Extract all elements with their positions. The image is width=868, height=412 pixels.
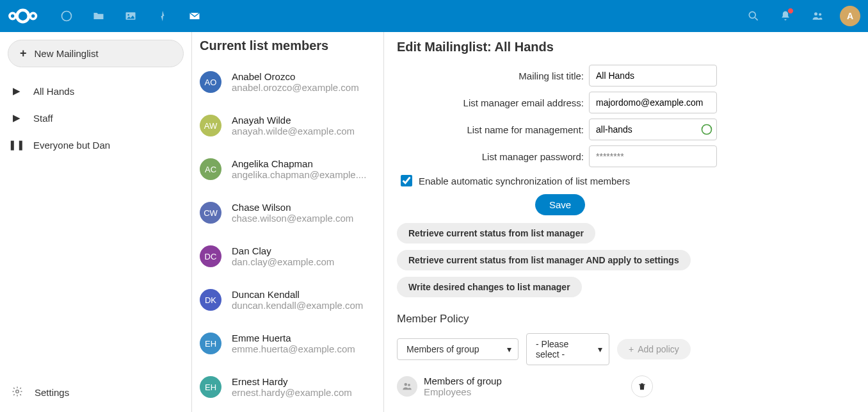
header-left (8, 0, 211, 32)
member-name: Anabel Orozco (232, 71, 359, 82)
member-row[interactable]: AWAnayah Wildeanayah.wilde@example.com (197, 108, 378, 152)
policy-value: Employees (424, 386, 625, 397)
title-label: Mailing list title: (397, 70, 589, 81)
add-policy-label: Add policy (638, 344, 679, 354)
contacts-icon[interactable] (801, 0, 833, 32)
keyring-icon (700, 123, 713, 136)
sidebar-item-label: Everyone but Dan (33, 140, 110, 151)
password-label: List manager password: (397, 151, 589, 162)
sidebar-item-staff[interactable]: ▶ Staff (5, 104, 186, 131)
svg-point-5 (128, 14, 130, 15)
gear-icon (12, 386, 23, 399)
member-row[interactable]: ACAngelika Chapmanangelika.chapman@examp… (197, 152, 378, 195)
member-avatar: EH (200, 376, 221, 398)
sidebar-item-label: Staff (33, 113, 53, 124)
retrieve-apply-button[interactable]: Retrieve current status from list manage… (397, 250, 691, 270)
settings-label: Settings (35, 387, 69, 398)
member-name: Angelika Chapman (232, 158, 366, 169)
member-name: Dan Clay (232, 245, 334, 256)
member-name: Duncan Kendall (232, 289, 363, 300)
svg-point-8 (819, 13, 821, 15)
policy-type-select[interactable]: Members of group ▾ (397, 338, 518, 360)
svg-point-1 (10, 13, 15, 19)
pause-icon: ❚❚ (12, 139, 22, 151)
member-email: chase.wilson@example.com (232, 213, 353, 224)
caret-down-icon: ▾ (598, 344, 602, 354)
member-name: Emme Huerta (232, 333, 355, 343)
svg-point-2 (30, 13, 36, 19)
member-row[interactable]: EHEmme Huertaemme.huerta@example.com (197, 326, 378, 370)
notifications-icon[interactable] (769, 0, 801, 32)
sidebar: + New Mailinglist ▶ All Hands ▶ Staff ❚❚… (0, 32, 192, 412)
mail-icon[interactable] (179, 0, 211, 32)
sync-label: Enable automatic synchronization of list… (419, 176, 630, 186)
user-avatar[interactable]: A (840, 6, 860, 26)
edit-title: Edit Mailinglist: All Hands (397, 37, 855, 65)
member-avatar: AW (200, 115, 221, 136)
member-policy-heading: Member Policy (397, 304, 855, 333)
member-name: Ernest Hardy (232, 376, 352, 387)
svg-point-6 (749, 12, 755, 18)
files-icon[interactable] (83, 0, 115, 32)
nextcloud-logo[interactable] (8, 8, 38, 24)
member-row[interactable]: CWChase Wilsonchase.wilson@example.com (197, 195, 378, 239)
member-row[interactable]: EHErnest Hardyernest.hardy@example.com (197, 370, 378, 412)
play-icon: ▶ (12, 112, 22, 124)
svg-point-0 (17, 10, 29, 22)
policy-value-select[interactable]: - Please select - ▾ (526, 333, 609, 365)
dashboard-icon[interactable] (51, 0, 83, 32)
delete-policy-button[interactable] (631, 375, 653, 397)
member-email: anayah.wilde@example.com (232, 126, 355, 136)
svg-point-3 (62, 12, 72, 21)
edit-panel: Edit Mailinglist: All Hands Mailing list… (384, 32, 868, 412)
member-row[interactable]: DKDuncan Kendallduncan.kendall@example.c… (197, 283, 378, 326)
sidebar-item-all-hands[interactable]: ▶ All Hands (5, 78, 186, 104)
member-email: emme.huerta@example.com (232, 343, 355, 354)
title-input[interactable] (589, 65, 717, 87)
member-name: Chase Wilson (232, 202, 353, 213)
photos-icon[interactable] (115, 0, 147, 32)
member-email: anabel.orozco@example.com (232, 82, 359, 93)
member-avatar: AC (200, 158, 221, 180)
manager-email-input[interactable] (589, 92, 717, 113)
svg-point-11 (702, 125, 711, 133)
sync-checkbox[interactable] (401, 175, 412, 186)
play-icon: ▶ (12, 85, 22, 97)
header-right: A (737, 0, 860, 32)
member-email: angelika.chapman@example.... (232, 169, 366, 180)
member-email: dan.clay@example.com (232, 256, 334, 267)
activity-icon[interactable] (147, 0, 179, 32)
settings-link[interactable]: Settings (5, 378, 186, 407)
sidebar-item-everyone-but-dan[interactable]: ❚❚ Everyone but Dan (5, 131, 186, 158)
write-button[interactable]: Write desired changes to list manager (397, 277, 582, 297)
password-input[interactable] (589, 145, 717, 167)
member-name: Anayah Wilde (232, 115, 355, 126)
caret-down-icon: ▾ (507, 344, 511, 354)
svg-point-7 (814, 12, 817, 15)
member-row[interactable]: DCDan Claydan.clay@example.com (197, 239, 378, 283)
member-avatar: DK (200, 289, 221, 311)
members-column: Current list members AOAnabel Orozcoanab… (192, 32, 384, 412)
svg-point-9 (16, 390, 19, 393)
policy-type-value: Members of group (406, 344, 479, 354)
top-header: A (0, 0, 868, 32)
members-title: Current list members (197, 32, 378, 65)
new-mailinglist-button[interactable]: + New Mailinglist (8, 40, 184, 67)
plus-icon: + (20, 47, 27, 60)
member-avatar: DC (200, 245, 221, 267)
policy-value-placeholder: - Please select - (536, 339, 568, 359)
policy-row: Members of group Employees (397, 373, 653, 400)
member-row[interactable]: AOAnabel Orozcoanabel.orozco@example.com (197, 65, 378, 108)
member-email: ernest.hardy@example.com (232, 387, 352, 398)
retrieve-button[interactable]: Retrieve current status from list manage… (397, 223, 595, 243)
manager-email-label: List manager email address: (397, 97, 589, 108)
list-name-input[interactable] (589, 119, 717, 140)
svg-point-13 (408, 384, 410, 386)
member-avatar: AO (200, 71, 221, 93)
save-button[interactable]: Save (535, 194, 585, 215)
group-icon (397, 376, 417, 397)
main-content: + New Mailinglist ▶ All Hands ▶ Staff ❚❚… (0, 32, 868, 412)
add-policy-button[interactable]: + Add policy (617, 339, 691, 359)
svg-point-12 (405, 383, 408, 386)
search-icon[interactable] (737, 0, 769, 32)
